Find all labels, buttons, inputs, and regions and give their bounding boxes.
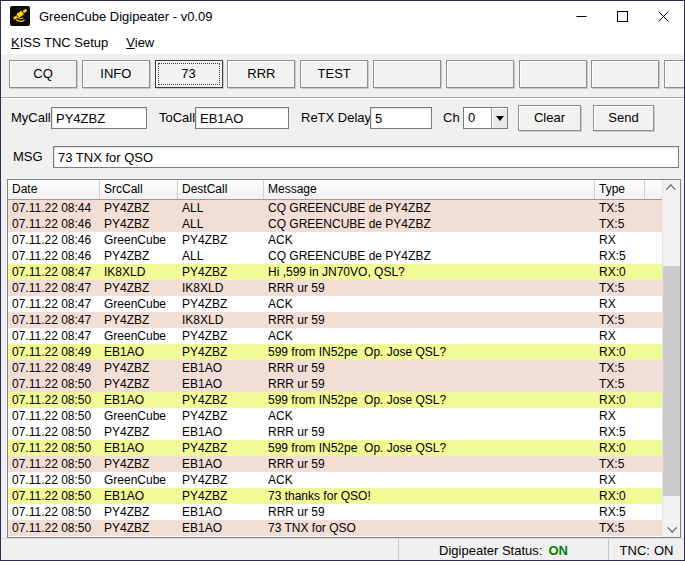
destcall-cell: PY4ZBZ	[178, 408, 264, 424]
close-button[interactable]	[643, 1, 684, 31]
date-cell: 07.11.22 08:47	[8, 296, 100, 312]
srccall-cell: PY4ZBZ	[100, 216, 178, 232]
tocall-label: ToCall	[159, 107, 195, 129]
toolbar-button-empty[interactable]	[373, 60, 441, 88]
srccall-cell: IK8XLD	[100, 264, 178, 280]
window-title: GreenCube Digipeater - v0.09	[39, 9, 212, 24]
toolbar-button-rrr[interactable]: RRR	[227, 60, 295, 88]
table-row[interactable]: 07.11.22 08:47IK8XLDPY4ZBZHi ,599 in JN7…	[8, 264, 663, 280]
msg-input[interactable]	[53, 146, 679, 168]
destcall-cell: IK8XLD	[178, 312, 264, 328]
date-cell: 07.11.22 08:44	[8, 200, 100, 216]
menu-view[interactable]: View	[117, 32, 163, 53]
toolbar-button-empty[interactable]	[446, 60, 514, 88]
table-row[interactable]: 07.11.22 08:50EB1AOPY4ZBZ73 thanks for Q…	[8, 488, 663, 504]
table-row[interactable]: 07.11.22 08:50PY4ZBZEB1AORRR ur 59TX:5	[8, 376, 663, 392]
destcall-cell: IK8XLD	[178, 280, 264, 296]
table-row[interactable]: 07.11.22 08:50PY4ZBZEB1AORRR ur 59RX:5	[8, 504, 663, 520]
table-row[interactable]: 07.11.22 08:50PY4ZBZEB1AORRR ur 59TX:5	[8, 456, 663, 472]
destcall-cell: PY4ZBZ	[178, 440, 264, 456]
toolbar-button-73[interactable]: 73	[155, 60, 223, 88]
srccall-cell: EB1AO	[100, 392, 178, 408]
message-cell: RRR ur 59	[264, 456, 595, 472]
clear-button[interactable]: Clear	[518, 105, 581, 131]
scroll-up-button[interactable]	[663, 180, 680, 197]
destcall-cell: ALL	[178, 216, 264, 232]
table-row[interactable]: 07.11.22 08:46PY4ZBZALLCQ GREENCUBE de P…	[8, 248, 663, 264]
destcall-cell: EB1AO	[178, 424, 264, 440]
type-cell: RX:5	[595, 248, 645, 264]
table-row[interactable]: 07.11.22 08:50GreenCubePY4ZBZACKRX	[8, 408, 663, 424]
date-cell: 07.11.22 08:49	[8, 344, 100, 360]
type-cell: TX:5	[595, 376, 645, 392]
date-cell: 07.11.22 08:50	[8, 488, 100, 504]
table-row[interactable]: 07.11.22 08:47GreenCubePY4ZBZACKRX	[8, 296, 663, 312]
retx-delay-input[interactable]	[370, 107, 432, 129]
column-header-srccall[interactable]: SrcCall	[100, 180, 178, 199]
statusbar-panel-empty	[1, 539, 398, 561]
destcall-cell: ALL	[178, 200, 264, 216]
scrollbar-thumb[interactable]	[663, 266, 680, 496]
mycall-input[interactable]	[51, 107, 147, 129]
tnc-status: TNC: ON	[608, 539, 684, 561]
type-cell: TX:5	[595, 456, 645, 472]
minimize-button[interactable]	[561, 1, 602, 31]
maximize-button[interactable]	[602, 1, 643, 31]
toolbar-button-cq[interactable]: CQ	[9, 60, 77, 88]
column-header-message[interactable]: Message	[264, 180, 595, 199]
table-row[interactable]: 07.11.22 08:50EB1AOPY4ZBZ599 from IN52pe…	[8, 392, 663, 408]
table-row[interactable]: 07.11.22 08:47PY4ZBZIK8XLDRRR ur 59TX:5	[8, 280, 663, 296]
toolbar-button-info[interactable]: INFO	[82, 60, 150, 88]
column-header-filler	[645, 180, 663, 199]
table-row[interactable]: 07.11.22 08:50EB1AOPY4ZBZ599 from IN52pe…	[8, 440, 663, 456]
message-cell: RRR ur 59	[264, 504, 595, 520]
column-header-type[interactable]: Type	[595, 180, 645, 199]
message-cell: ACK	[264, 296, 595, 312]
table-header: DateSrcCallDestCallMessageType	[8, 180, 663, 200]
destcall-cell: EB1AO	[178, 520, 264, 536]
message-cell: 73 thanks for QSO!	[264, 488, 595, 504]
toolbar-button-empty[interactable]	[591, 60, 659, 88]
message-cell: CQ GREENCUBE de PY4ZBZ	[264, 216, 595, 232]
channel-select[interactable]: 0	[463, 107, 508, 129]
message-cell: 73 TNX for QSO	[264, 520, 595, 536]
message-cell: CQ GREENCUBE de PY4ZBZ	[264, 248, 595, 264]
type-cell: TX:5	[595, 520, 645, 536]
table-row[interactable]: 07.11.22 08:50PY4ZBZEB1AORRR ur 59RX:5	[8, 424, 663, 440]
toolbar-button-test[interactable]: TEST	[300, 60, 368, 88]
send-button[interactable]: Send	[593, 105, 654, 131]
table-row[interactable]: 07.11.22 08:47GreenCubePY4ZBZACKRX	[8, 328, 663, 344]
type-cell: RX:0	[595, 344, 645, 360]
toolbar-button-empty[interactable]	[519, 60, 587, 88]
table-row[interactable]: 07.11.22 08:47PY4ZBZIK8XLDRRR ur 59TX:5	[8, 312, 663, 328]
vertical-scrollbar[interactable]	[662, 180, 680, 537]
table-row[interactable]: 07.11.22 08:49PY4ZBZEB1AORRR ur 59TX:5	[8, 360, 663, 376]
date-cell: 07.11.22 08:50	[8, 376, 100, 392]
srccall-cell: PY4ZBZ	[100, 520, 178, 536]
table-row[interactable]: 07.11.22 08:50GreenCubePY4ZBZACKRX	[8, 472, 663, 488]
retx-delay-label: ReTX Delay	[301, 107, 371, 129]
channel-dropdown-button[interactable]	[491, 108, 507, 128]
type-cell: RX:0	[595, 488, 645, 504]
menu-kiss-tnc-setup[interactable]: KISS TNC Setup	[2, 32, 117, 53]
table-row[interactable]: 07.11.22 08:46GreenCubePY4ZBZACKRX	[8, 232, 663, 248]
date-cell: 07.11.22 08:49	[8, 360, 100, 376]
srccall-cell: EB1AO	[100, 440, 178, 456]
message-cell: Hi ,599 in JN70VO, QSL?	[264, 264, 595, 280]
srccall-cell: PY4ZBZ	[100, 280, 178, 296]
table-row[interactable]: 07.11.22 08:46PY4ZBZALLCQ GREENCUBE de P…	[8, 216, 663, 232]
type-cell: TX:5	[595, 360, 645, 376]
tocall-input[interactable]	[195, 107, 289, 129]
chevron-down-icon	[667, 523, 677, 533]
srccall-cell: PY4ZBZ	[100, 360, 178, 376]
type-cell: RX:5	[595, 504, 645, 520]
message-cell: RRR ur 59	[264, 312, 595, 328]
date-cell: 07.11.22 08:50	[8, 440, 100, 456]
column-header-date[interactable]: Date	[8, 180, 100, 199]
scroll-down-button[interactable]	[663, 520, 680, 537]
table-row[interactable]: 07.11.22 08:49EB1AOPY4ZBZ599 from IN52pe…	[8, 344, 663, 360]
column-header-destcall[interactable]: DestCall	[178, 180, 264, 199]
toolbar-button-empty[interactable]	[664, 60, 684, 88]
table-row[interactable]: 07.11.22 08:50PY4ZBZEB1AO73 TNX for QSOT…	[8, 520, 663, 536]
table-row[interactable]: 07.11.22 08:44PY4ZBZALLCQ GREENCUBE de P…	[8, 200, 663, 216]
